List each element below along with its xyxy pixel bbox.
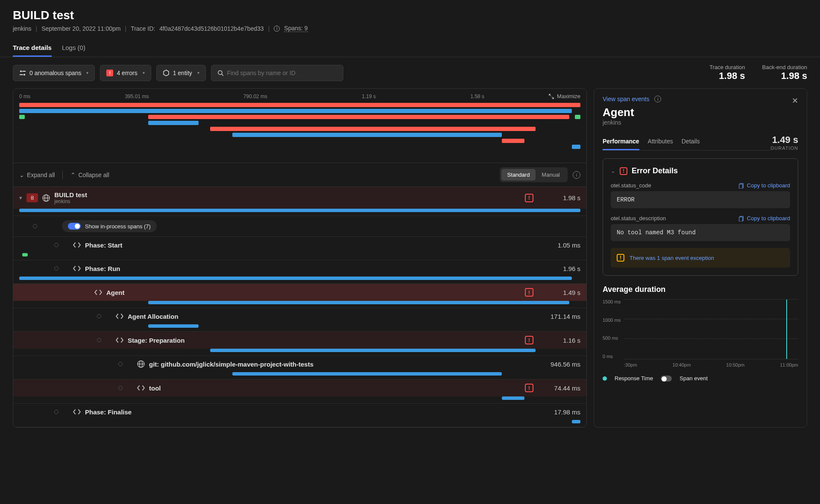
span-row-tool[interactable]: tool ! 74.44 ms [13,379,586,404]
chevron-down-icon: ▾ [143,70,145,75]
standard-mode-button[interactable]: Standard [501,169,536,181]
error-icon: ! [525,336,533,344]
span-duration: 946.56 ms [538,361,580,368]
chart-line [786,300,787,359]
search-input[interactable] [227,70,337,76]
collapse-all-button[interactable]: ⌃ Collapse all [70,172,109,178]
detail-duration: 1.49 s DURATION [770,134,798,151]
clipboard-icon [738,216,744,221]
errors-button[interactable]: ! 4 errors ▾ [100,65,151,81]
minimap[interactable]: 0 ms 395.01 ms 790.02 ms 1.19 s 1.58 s M… [13,89,586,163]
span-row-alloc[interactable]: Agent Allocation 171.14 ms [13,308,586,332]
chevron-down-icon[interactable]: ⌄ [611,168,615,174]
error-icon: ! [620,167,627,175]
manual-mode-button[interactable]: Manual [536,169,566,181]
y-tick: 500 ms [603,335,624,341]
code-icon [137,384,145,392]
copy-status-desc-button[interactable]: Copy to clipboard [738,215,790,221]
error-icon: ! [106,70,113,76]
info-icon[interactable]: i [654,96,661,102]
tab-attributes[interactable]: Attributes [648,134,673,150]
x-tick: 11:00pm [780,362,798,367]
span-duration: 1.96 s [538,265,580,272]
trace-timestamp: September 20, 2022 11:00pm [41,25,120,32]
minimap-canvas[interactable] [19,103,580,158]
trace-duration-metric: Trace duration 1.98 s [709,64,745,82]
span-name: git: github.com/jglick/simple-maven-proj… [149,361,313,368]
chart-legend: Response Time Span event [603,375,798,382]
subtitle-row: jenkins | September 20, 2022 11:00pm | T… [13,25,807,32]
legend-response-time: Response Time [615,375,653,382]
tick-label: 1.58 s [470,93,484,99]
chevron-down-icon: ▾ [86,70,88,75]
anomalous-spans-button[interactable]: 0 anomalous spans ▾ [13,65,95,81]
error-icon: ! [525,194,533,202]
avg-duration-chart[interactable]: 1500 ms 1000 ms 500 ms 0 ms :30pm 10:40p… [603,299,798,372]
span-row-prep[interactable]: Stage: Preparation ! 1.16 s [13,332,586,356]
span-row-root[interactable]: ▾ 8 BUILD test jenkins ! 1.98 s [13,187,586,216]
span-name: Phase: Start [85,242,123,249]
spans-count[interactable]: Spans: 9 [284,25,308,32]
error-icon: ! [525,384,533,392]
x-tick: :30pm [624,362,637,367]
span-duration: 171.14 ms [538,313,580,320]
view-span-events-link[interactable]: View span events [603,96,649,102]
x-tick: 10:40pm [673,362,691,367]
tick-label: 395.01 ms [125,93,149,99]
status-desc-key: otel.status_description [611,215,666,221]
span-duration: 1.05 ms [538,242,580,249]
code-icon [116,312,123,320]
y-tick: 1000 ms [603,318,624,323]
span-detail-panel: ✕ View span events i Agent jenkins Perfo… [594,88,807,428]
span-name: BUILD test [54,191,87,198]
span-row-agent[interactable]: Agent ! 1.49 s [13,284,586,308]
span-row-finalise[interactable]: Phase: Finalise 17.98 ms [13,404,586,427]
main-tabs: Trace details Logs (0) [0,40,820,57]
in-process-toggle[interactable]: Show in-process spans (7) [62,220,157,232]
tab-details[interactable]: Details [682,134,700,150]
span-duration: 1.98 s [538,194,580,201]
code-icon [73,408,81,416]
info-icon[interactable]: i [274,26,280,32]
x-tick: 10:50pm [726,362,744,367]
chevron-down-icon: ▾ [197,70,199,75]
span-duration: 74.44 ms [538,385,580,392]
toggle-switch[interactable] [68,223,81,230]
copy-status-code-button[interactable]: Copy to clipboard [738,182,790,189]
info-icon[interactable]: i [573,171,580,179]
span-duration: 1.16 s [538,337,580,344]
chevron-up-icon: ⌃ [70,172,76,178]
chevron-down-icon[interactable]: ▾ [19,195,22,201]
exception-warning: ! There was 1 span event exception [611,248,790,268]
close-button[interactable]: ✕ [790,96,800,106]
tab-performance[interactable]: Performance [603,134,639,150]
backend-duration-metric: Back-end duration 1.98 s [762,64,807,82]
entity-button[interactable]: 1 entity ▾ [156,65,206,81]
y-tick: 0 ms [603,354,624,359]
expand-all-button[interactable]: ⌄ Expand all [19,172,55,178]
svg-line-6 [222,74,223,76]
tick-label: 1.19 s [362,93,376,99]
detail-tabs: Performance Attributes Details [603,134,770,151]
svg-rect-3 [20,74,23,75]
status-code-value: ERROR [611,191,790,208]
svg-marker-4 [164,70,169,76]
span-name: Agent [106,289,125,296]
error-details-box: ⌄ ! Error Details otel.status_code Copy … [603,158,798,276]
tab-logs[interactable]: Logs (0) [62,40,85,57]
adjust-icon [19,70,26,76]
tick-label: 0 ms [19,93,30,99]
maximize-button[interactable]: Maximize [548,93,580,99]
search-input-wrapper[interactable] [211,65,343,81]
span-event-toggle[interactable] [661,376,672,382]
trace-id-label: Trace ID: [131,25,155,32]
span-row-git[interactable]: git: github.com/jglick/simple-maven-proj… [13,356,586,379]
span-row-start[interactable]: Phase: Start 1.05 ms [13,237,586,260]
tab-trace-details[interactable]: Trace details [13,40,52,57]
warning-icon: ! [617,254,624,262]
hexagon-icon [163,70,170,76]
toolbar: 0 anomalous spans ▾ ! 4 errors ▾ 1 entit… [0,57,820,88]
span-row-run[interactable]: Phase: Run 1.96 s [13,260,586,284]
tick-label: 790.02 ms [243,93,267,99]
exception-link[interactable]: There was 1 span event exception [630,255,714,261]
